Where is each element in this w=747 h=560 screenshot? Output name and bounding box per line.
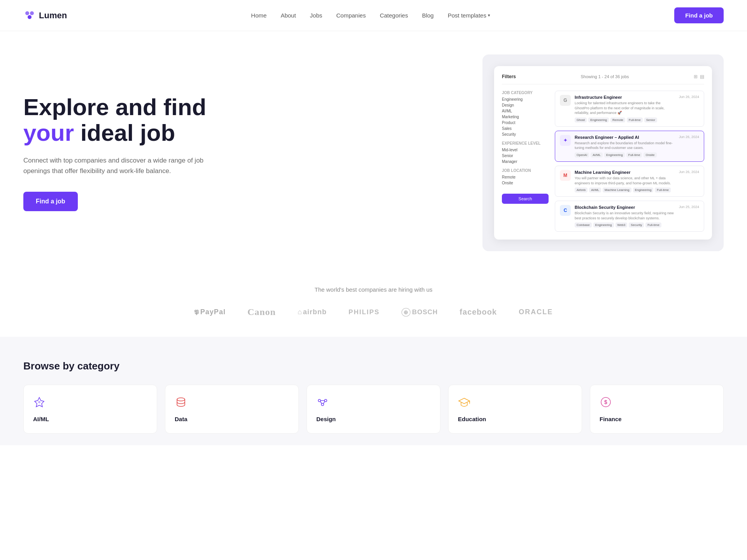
filter-security[interactable]: Security [502, 132, 549, 136]
job-info: Research Engineer – Applied AI Research … [575, 135, 675, 158]
tag: Remote [610, 117, 625, 122]
hero-content: Explore and find your ideal job Connect … [23, 94, 226, 211]
mock-jobs-card: Filters Showing 1 - 24 of 36 jobs ⊞ ▤ Jo… [494, 66, 712, 240]
svg-point-2 [28, 15, 32, 19]
hero-find-job-button[interactable]: Find a job [23, 192, 78, 211]
table-row[interactable]: ✦ Research Engineer – Applied AI Researc… [555, 131, 704, 162]
tag: OpenAI [575, 152, 589, 158]
logo-text: Lumen [39, 10, 67, 21]
job-date: Jun 26, 2024 [679, 95, 699, 99]
category-name: Design [316, 416, 336, 422]
category-card-finance[interactable]: $ Finance [590, 385, 724, 434]
nav-links: Home About Jobs Companies Categories Blo… [251, 12, 490, 19]
categories-section: Browse by category AI/ML Data [0, 337, 747, 445]
tag: Engineering [593, 222, 614, 228]
job-tags: OpenAI AI/ML Engineering Full-time Onsit… [575, 152, 675, 158]
filter-engineering[interactable]: Engineering [502, 97, 549, 102]
category-name: AI/ML [33, 416, 49, 422]
filter-sales[interactable]: Sales [502, 126, 549, 131]
table-row[interactable]: G Infrastructure Engineer Looking for ta… [555, 91, 704, 127]
filter-midlevel[interactable]: Mid-level [502, 148, 549, 152]
nav-blog[interactable]: Blog [422, 12, 434, 19]
hero-illustration: Filters Showing 1 - 24 of 36 jobs ⊞ ▤ Jo… [482, 54, 724, 251]
filter-marketing[interactable]: Marketing [502, 115, 549, 119]
job-info: Machine Learning Engineer You will partn… [575, 170, 675, 192]
job-title: Machine Learning Engineer [575, 170, 675, 175]
nav-about[interactable]: About [281, 12, 296, 19]
aiml-icon [33, 396, 46, 411]
filter-senior[interactable]: Senior [502, 154, 549, 158]
mock-body: Job category Engineering Design AI/ML Ma… [502, 91, 704, 232]
nav-jobs[interactable]: Jobs [310, 12, 323, 19]
logo-icon [23, 9, 36, 22]
tag: AI/ML [589, 187, 601, 192]
nav-home[interactable]: Home [251, 12, 267, 19]
filter-manager[interactable]: Manager [502, 159, 549, 164]
logo[interactable]: Lumen [23, 9, 67, 22]
svg-point-3 [38, 401, 40, 403]
job-description: You will partner with our data science, … [575, 176, 675, 186]
grid-icon[interactable]: ⊞ [694, 74, 698, 79]
nav-post-templates[interactable]: Post templates ▾ [448, 12, 490, 19]
nav-categories[interactable]: Categories [380, 12, 408, 19]
hero-title: Explore and find your ideal job [23, 94, 226, 146]
filter-onsite[interactable]: Onsite [502, 181, 549, 185]
svg-line-9 [320, 401, 322, 404]
filter-remote[interactable]: Remote [502, 175, 549, 179]
mock-view-toggle: ⊞ ▤ [694, 74, 704, 79]
mock-sidebar: Job category Engineering Design AI/ML Ma… [502, 91, 549, 232]
filter-design[interactable]: Design [502, 103, 549, 107]
job-tags: Ghost Engineering Remote Full-time Senio… [575, 117, 675, 122]
brand-philips: PHILIPS [349, 308, 380, 316]
job-title: Research Engineer – Applied AI [575, 135, 675, 140]
mock-search-button[interactable]: Search [502, 194, 549, 204]
job-date: Jun 26, 2024 [679, 170, 699, 174]
brands-section: The world's best companies are hiring wi… [0, 267, 747, 337]
category-card-aiml[interactable]: AI/ML [23, 385, 157, 434]
navbar-find-job-button[interactable]: Find a job [674, 7, 724, 23]
mock-location-filter: Job location Remote Onsite [502, 168, 549, 185]
category-card-design[interactable]: Design [307, 385, 440, 434]
nav-companies[interactable]: Companies [336, 12, 366, 19]
mock-category-title: Job category [502, 91, 549, 95]
chevron-down-icon: ▾ [488, 13, 490, 18]
table-row[interactable]: C Blockchain Security Engineer Blockchai… [555, 201, 704, 232]
filter-product[interactable]: Product [502, 121, 549, 125]
job-description: Blockchain Security is an innovative sec… [575, 211, 675, 220]
design-icon [316, 396, 329, 411]
svg-point-4 [177, 398, 185, 401]
company-logo: M [560, 170, 571, 181]
mock-category-filter: Job category Engineering Design AI/ML Ma… [502, 91, 549, 136]
mock-location-title: Job location [502, 168, 549, 173]
filter-aiml[interactable]: AI/ML [502, 109, 549, 113]
mock-header: Filters Showing 1 - 24 of 36 jobs ⊞ ▤ [502, 74, 704, 84]
hero-section: Explore and find your ideal job Connect … [0, 31, 747, 267]
company-logo: C [560, 205, 571, 216]
tag: Senior [644, 117, 657, 122]
job-tags: Coinbase Engineering Web3 Security Full-… [575, 222, 675, 228]
mock-experience-title: Experience Level [502, 141, 549, 145]
category-card-education[interactable]: Education [448, 385, 582, 434]
tag: Engineering [588, 117, 609, 122]
brand-bosch: ⊕BOSCH [402, 308, 438, 316]
company-logo: ✦ [560, 135, 571, 146]
data-icon [175, 396, 187, 411]
finance-icon: $ [600, 396, 612, 411]
brands-subtitle: The world's best companies are hiring wi… [23, 286, 724, 293]
job-tags: Airbnb AI/ML Machine Learning Engineerin… [575, 187, 675, 192]
table-row[interactable]: M Machine Learning Engineer You will par… [555, 166, 704, 197]
category-name: Education [458, 416, 486, 422]
list-icon[interactable]: ▤ [700, 74, 704, 79]
tag: Web3 [615, 222, 628, 228]
category-name: Data [175, 416, 188, 422]
job-description: Research and explore the boundaries of f… [575, 141, 675, 150]
tag: Airbnb [575, 187, 587, 192]
category-card-data[interactable]: Data [165, 385, 299, 434]
brand-airbnb: ⌂airbnb [298, 308, 327, 316]
mock-experience-filter: Experience Level Mid-level Senior Manage… [502, 141, 549, 164]
hero-subtitle: Connect with top companies and discover … [23, 155, 226, 176]
job-title: Infrastructure Engineer [575, 95, 675, 100]
job-description: Looking for talented infrastructure engi… [575, 101, 675, 116]
job-title: Blockchain Security Engineer [575, 205, 675, 210]
tag: Engineering [633, 187, 654, 192]
